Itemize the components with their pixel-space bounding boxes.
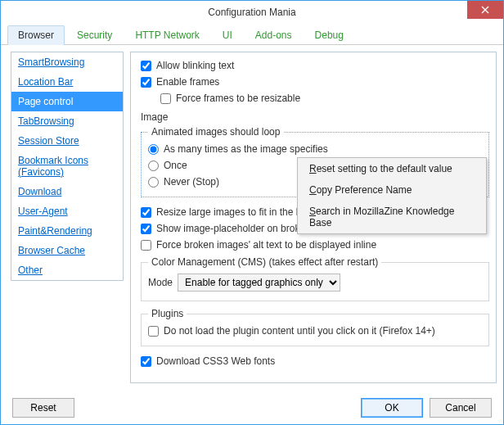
- ctx-reset-default[interactable]: Reset setting to the default value: [298, 158, 486, 179]
- tab-browser[interactable]: Browser: [7, 25, 65, 45]
- sidebar-item-paint-rendering[interactable]: Paint&Rendering: [11, 221, 123, 241]
- titlebar: Configuration Mania: [1, 1, 503, 24]
- checkbox-show-placeholder[interactable]: [141, 224, 151, 234]
- radio-anim-once[interactable]: [148, 161, 159, 171]
- sidebar-item-session-store[interactable]: Session Store: [11, 131, 123, 151]
- label-anim-never: Never (Stop): [164, 176, 219, 188]
- radio-anim-never[interactable]: [148, 177, 159, 188]
- radio-anim-as-specified[interactable]: [148, 144, 159, 155]
- cancel-button[interactable]: Cancel: [430, 398, 492, 418]
- label-download-css3: Download CSS3 Web fonts: [156, 355, 275, 367]
- checkbox-force-frames[interactable]: [160, 93, 171, 104]
- tab-ui[interactable]: UI: [212, 25, 243, 45]
- sidebar-item-download[interactable]: Download: [11, 182, 123, 201]
- legend-cms: Color Management (CMS) (takes effect aft…: [148, 256, 381, 268]
- sidebar-item-bookmark-icons[interactable]: Bookmark Icons (Favicons): [11, 151, 123, 182]
- tabstrip: Browser Security HTTP Network UI Add-ons…: [1, 24, 503, 45]
- context-menu: Reset setting to the default value Copy …: [297, 157, 487, 234]
- window-title: Configuration Mania: [1, 7, 503, 18]
- legend-plugins: Plugins: [148, 308, 187, 319]
- checkbox-enable-frames[interactable]: [141, 77, 151, 88]
- label-dont-load-plugin: Do not load the plugin content until you…: [164, 325, 435, 337]
- ctx-copy-pref-name[interactable]: Copy Preference Name: [298, 179, 486, 201]
- checkbox-force-alt[interactable]: [141, 240, 151, 251]
- checkbox-allow-blinking[interactable]: [141, 61, 151, 71]
- sidebar-item-tabbrowsing[interactable]: TabBrowsing: [11, 111, 123, 131]
- label-force-frames: Force frames to be resizable: [176, 93, 300, 104]
- select-cms-mode[interactable]: Enable for tagged graphics only: [178, 274, 340, 292]
- label-anim-as-specified: As many times as the image specifies: [164, 143, 328, 155]
- sidebar-item-smartbrowsing[interactable]: SmartBrowsing: [11, 52, 123, 72]
- sidebar-item-other[interactable]: Other: [11, 260, 123, 280]
- label-enable-frames: Enable frames: [156, 76, 219, 88]
- sidebar-item-user-agent[interactable]: User-Agent: [11, 201, 123, 221]
- fieldset-plugins: Plugins Do not load the plugin content u…: [141, 308, 489, 346]
- section-image: Image: [141, 111, 489, 123]
- ok-button[interactable]: OK: [361, 398, 423, 418]
- sidebar: SmartBrowsing Location Bar Page control …: [1, 45, 124, 390]
- footer: Reset OK Cancel: [1, 390, 503, 425]
- sidebar-item-location-bar[interactable]: Location Bar: [11, 72, 123, 92]
- close-icon: [481, 6, 489, 14]
- sidebar-item-page-control[interactable]: Page control: [11, 92, 123, 111]
- label-allow-blinking: Allow blinking text: [156, 60, 234, 71]
- sidebar-item-browser-cache[interactable]: Browser Cache: [11, 241, 123, 260]
- tab-addons[interactable]: Add-ons: [245, 25, 303, 45]
- label-anim-once: Once: [164, 160, 187, 171]
- checkbox-dont-load-plugin[interactable]: [148, 326, 159, 337]
- tab-debug[interactable]: Debug: [304, 25, 354, 45]
- checkbox-download-css3[interactable]: [141, 356, 151, 367]
- close-button[interactable]: [467, 1, 503, 19]
- reset-button[interactable]: Reset: [12, 398, 74, 418]
- checkbox-resize-large[interactable]: [141, 207, 151, 218]
- ctx-search-mozillazine[interactable]: Search in MozillaZine Knowledge Base: [298, 201, 486, 233]
- label-force-alt: Force broken images' alt text to be disp…: [156, 239, 376, 251]
- tab-security[interactable]: Security: [66, 25, 123, 45]
- label-cms-mode: Mode: [148, 277, 173, 288]
- legend-anim-loop: Animated images should loop: [148, 126, 283, 138]
- tab-http-network[interactable]: HTTP Network: [124, 25, 209, 45]
- fieldset-cms: Color Management (CMS) (takes effect aft…: [141, 256, 489, 301]
